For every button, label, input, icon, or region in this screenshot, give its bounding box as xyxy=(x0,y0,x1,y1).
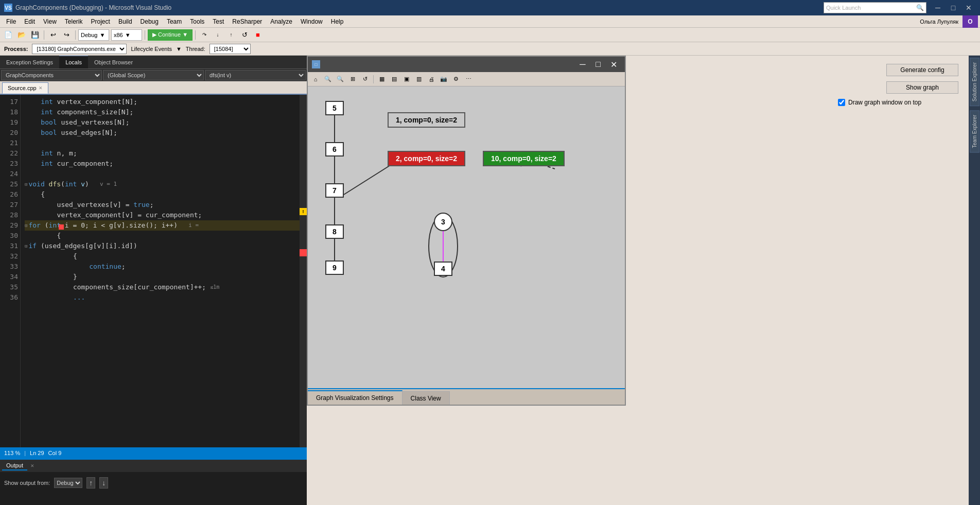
graph-tab-classview[interactable]: Class View xyxy=(402,391,450,405)
menu-view[interactable]: View xyxy=(39,17,61,26)
file-tab-source[interactable]: Source.cpp ✕ xyxy=(2,82,48,94)
menu-window[interactable]: Window xyxy=(296,17,327,26)
expand-icon-31[interactable]: ⊟ xyxy=(25,241,27,251)
graph-canvas: 5 6 7 8 9 1, comp=0, size=2 2, comp=0, s… xyxy=(308,86,625,390)
menu-help[interactable]: Help xyxy=(327,17,348,26)
code-line-24 xyxy=(25,169,300,179)
graph-node-7[interactable]: 7 xyxy=(325,183,344,198)
menu-tools[interactable]: Tools xyxy=(186,17,208,26)
tab-close-icon[interactable]: ✕ xyxy=(39,85,43,91)
debug-step-into[interactable]: ↓ xyxy=(212,29,224,41)
graph-node-4[interactable]: 4 xyxy=(434,262,452,276)
line-numbers: 17 18 19 20 21 22 23 24 25 26 27 28 29 3… xyxy=(0,95,21,447)
quick-launch-box[interactable]: 🔍 xyxy=(824,2,926,13)
graph-tool-3[interactable]: ▣ xyxy=(401,74,412,84)
continue-button[interactable]: ▶ Continue ▼ xyxy=(148,29,192,41)
graph-node-5[interactable]: 5 xyxy=(325,101,344,115)
code-line-20: bool used_edges[N]; xyxy=(25,128,300,138)
graph-window-icon: □ xyxy=(312,60,320,68)
graph-tool-export[interactable]: 📷 xyxy=(438,74,449,84)
graph-node-6[interactable]: 6 xyxy=(325,142,344,156)
graph-node-3[interactable]: 3 xyxy=(434,213,452,231)
menu-test[interactable]: Test xyxy=(208,17,228,26)
menu-team[interactable]: Team xyxy=(163,17,186,26)
toolbar-open[interactable]: 📂 xyxy=(15,29,28,41)
output-close-btn[interactable]: ✕ xyxy=(30,463,34,468)
sec-tab-objectbrowser[interactable]: Object Browser xyxy=(88,56,139,68)
code-line-23: int cur_component; xyxy=(25,159,300,169)
graph-maximize-btn[interactable]: □ xyxy=(591,58,605,71)
graph-node-8[interactable]: 8 xyxy=(325,224,344,239)
zoom-control[interactable]: 113 % xyxy=(4,450,20,456)
output-source-dropdown[interactable]: Debug xyxy=(54,478,82,488)
debug-step-over[interactable]: ↷ xyxy=(198,29,211,41)
graph-minimize-btn[interactable]: ─ xyxy=(575,58,590,71)
debug-step-out[interactable]: ↑ xyxy=(225,29,237,41)
graph-tool-zoom-out[interactable]: 🔍 xyxy=(335,74,346,84)
toolbar-new[interactable]: 📄 xyxy=(2,29,14,41)
graph-close-btn[interactable]: ✕ xyxy=(606,58,621,71)
quick-launch-input[interactable] xyxy=(826,5,916,11)
function-dropdown[interactable]: dfs(int v) xyxy=(205,70,306,80)
graph-node-10-label[interactable]: 10, comp=0, size=2 xyxy=(483,151,565,166)
minimize-button[interactable]: ─ xyxy=(931,2,945,14)
menu-build[interactable]: Build xyxy=(114,17,136,26)
graph-node-1-label[interactable]: 1, comp=0, size=2 xyxy=(388,112,465,128)
code-line-27: used_vertexes[v] = true; xyxy=(25,200,300,210)
code-status: 113 % | Ln 29 Col 9 xyxy=(0,447,307,459)
toolbar-undo[interactable]: ↩ xyxy=(47,29,59,41)
output-scroll-up[interactable]: ↑ xyxy=(86,477,95,489)
thread-dropdown[interactable]: [15084] xyxy=(209,44,251,54)
debug-mode-dropdown[interactable]: Debug ▼ xyxy=(78,29,109,41)
debug-stop[interactable]: ■ xyxy=(252,29,264,41)
menu-resharper[interactable]: ReSharper xyxy=(228,17,266,26)
menu-analyze[interactable]: Analyze xyxy=(266,17,296,26)
sec-tab-exception[interactable]: Exception Settings xyxy=(0,56,59,68)
process-dropdown[interactable]: [13180] GraphComponents.exe xyxy=(32,44,127,54)
output-scroll-down[interactable]: ↓ xyxy=(99,477,108,489)
file-tabs: Source.cpp ✕ xyxy=(0,81,307,95)
sec-tab-locals[interactable]: Locals xyxy=(59,56,88,68)
code-line-21 xyxy=(25,138,300,148)
menu-edit[interactable]: Edit xyxy=(20,17,39,26)
graph-tool-home[interactable]: ⌂ xyxy=(310,74,321,84)
toolbar-redo[interactable]: ↪ xyxy=(60,29,73,41)
generate-config-button[interactable]: Generate config xyxy=(886,64,958,76)
code-line-25: ⊟ void dfs(int v) v = 1 xyxy=(25,179,300,189)
menu-telerik[interactable]: Telerik xyxy=(61,17,87,26)
solution-explorer-tab[interactable]: Solution Explorer xyxy=(970,58,979,106)
graph-tool-2[interactable]: ▤ xyxy=(389,74,400,84)
code-line-26: { xyxy=(25,189,300,200)
graph-tool-zoom-in[interactable]: 🔍 xyxy=(322,74,334,84)
debug-value-25: v = 1 xyxy=(93,179,117,189)
menu-debug[interactable]: Debug xyxy=(136,17,163,26)
graph-node-9[interactable]: 9 xyxy=(325,260,344,275)
graph-tool-4[interactable]: ▥ xyxy=(413,74,425,84)
show-graph-button[interactable]: Show graph xyxy=(886,81,958,94)
output-tab[interactable]: Output xyxy=(2,461,27,471)
graph-node-2-label[interactable]: 2, comp=0, size=2 xyxy=(388,151,465,166)
platform-dropdown[interactable]: x86 ▼ xyxy=(111,29,142,41)
team-explorer-tab[interactable]: Team Explorer xyxy=(970,110,979,152)
toolbar-save[interactable]: 💾 xyxy=(29,29,41,41)
debug-restart[interactable]: ↺ xyxy=(238,29,251,41)
menu-file[interactable]: File xyxy=(2,17,20,26)
menu-project[interactable]: Project xyxy=(87,17,114,26)
tab-label: Source.cpp xyxy=(8,85,37,91)
graph-tool-fit[interactable]: ⊞ xyxy=(347,74,358,84)
expand-icon-25[interactable]: ⊟ xyxy=(25,179,27,189)
draw-on-top-checkbox[interactable] xyxy=(838,99,845,106)
graph-tab-visualization[interactable]: Graph Visualization Settings xyxy=(308,390,402,405)
graph-tool-1[interactable]: ▦ xyxy=(376,74,388,84)
graph-tool-extra[interactable]: ⋯ xyxy=(463,74,474,84)
scope-dropdown[interactable]: (Global Scope) xyxy=(103,70,204,80)
graph-tool-refresh[interactable]: ↺ xyxy=(359,74,371,84)
window-controls[interactable]: ─ □ ✕ xyxy=(931,2,976,14)
graph-tool-settings[interactable]: ⚙ xyxy=(450,74,462,84)
code-line-35: components_size[cur_component]++; ≤1m xyxy=(25,282,300,292)
maximize-button[interactable]: □ xyxy=(946,2,960,14)
graph-tool-5[interactable]: 🖨 xyxy=(426,74,437,84)
chevron-down-icon: ▼ xyxy=(125,32,131,38)
close-button[interactable]: ✕ xyxy=(961,2,976,14)
component-dropdown[interactable]: GraphComponents xyxy=(1,70,102,80)
